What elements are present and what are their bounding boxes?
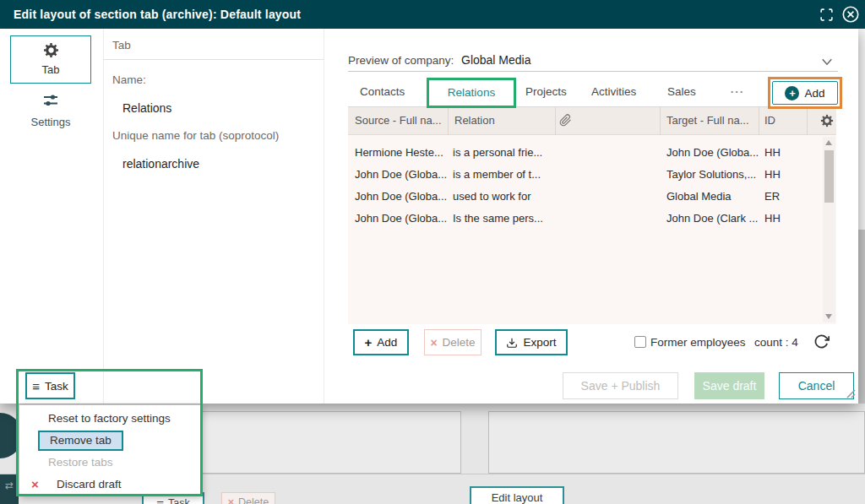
fullscreen-button[interactable] (819, 8, 834, 22)
preview-company-select[interactable]: Global Media (461, 53, 531, 67)
close-dialog-button[interactable] (841, 5, 860, 24)
cell-target: John Doe (Globa... (666, 142, 759, 164)
menu-item-remove-tab[interactable]: Remove tab (19, 430, 200, 452)
tab-contacts[interactable]: Contacts (360, 78, 405, 106)
scroll-down-arrow-icon[interactable] (825, 314, 832, 319)
resize-handle-icon[interactable] (844, 387, 856, 398)
hamburger-icon: ≡ (156, 497, 164, 504)
add-button-highlight: + Add (768, 77, 842, 109)
cell-target: Global Media (666, 186, 759, 208)
relations-table: Hermione Heste... is a personal frie... … (348, 135, 836, 324)
menu-item-reset-factory[interactable]: Reset to factory settings (19, 408, 200, 430)
column-separator (807, 107, 808, 135)
table-row[interactable]: Hermione Heste... is a personal frie... … (348, 142, 836, 164)
tab-projects[interactable]: Projects (525, 78, 567, 106)
table-scrollbar-thumb[interactable] (824, 150, 834, 203)
sidebar-divider (103, 29, 104, 404)
cell-id: HH (764, 142, 807, 164)
unique-name-value[interactable]: relationarchive (122, 157, 199, 171)
cancel-button[interactable]: Cancel (779, 372, 854, 399)
cell-target: John Doe (Clark ... (666, 208, 759, 230)
cell-relation: is a member of t... (453, 164, 556, 186)
background-edit-layout-button: Edit layout (470, 486, 564, 504)
menu-item-discard-draft[interactable]: × Discard draft (19, 474, 200, 496)
plus-icon: + (789, 88, 796, 99)
tab-relations[interactable]: Relations (429, 80, 514, 106)
edit-layout-dialog: Tab Settings Tab Name: Relations Unique … (0, 29, 858, 404)
table-add-button[interactable]: + Add (353, 329, 409, 355)
fullscreen-icon (819, 8, 834, 22)
refresh-icon[interactable] (813, 333, 830, 350)
cell-source: Hermione Heste... (355, 142, 449, 164)
column-relation[interactable]: Relation (454, 107, 495, 134)
save-draft-label: Save draft (703, 379, 757, 393)
preview-underline (348, 71, 838, 72)
table-scrollbar[interactable] (823, 137, 835, 322)
table-settings-gear-icon[interactable] (820, 114, 834, 127)
save-draft-button[interactable]: Save draft (694, 372, 764, 399)
tab-sales[interactable]: Sales (667, 78, 696, 106)
cell-source: John Doe (Globa... (355, 164, 449, 186)
sliders-icon (43, 93, 58, 108)
close-icon: × (31, 474, 39, 496)
background-edit-layout-label: Edit layout (492, 491, 543, 504)
page-scrollbar[interactable] (858, 29, 865, 404)
dialog-title: Edit layout of section tab (archive): De… (14, 0, 301, 29)
column-id[interactable]: ID (764, 107, 775, 134)
swap-arrows-icon: ⇄ (5, 480, 14, 491)
column-separator (448, 107, 449, 135)
cell-id: HH (764, 164, 807, 186)
app-root: ⇄ ≡ Task × Delete Edit layout (0, 0, 865, 504)
former-employees-checkbox[interactable] (634, 336, 646, 348)
form-section-header: Tab (112, 39, 131, 51)
menu-item-restore-tabs[interactable]: Restore tabs (19, 452, 200, 474)
hamburger-icon: ≡ (32, 380, 40, 393)
table-delete-button[interactable]: × Delete (424, 329, 481, 355)
sidebar-item-settings[interactable]: Settings (17, 93, 84, 128)
cancel-label: Cancel (798, 379, 835, 393)
gear-icon (43, 42, 59, 58)
paperclip-icon[interactable] (559, 114, 572, 127)
background-delete-button: × Delete (221, 492, 275, 504)
download-icon (506, 337, 518, 349)
tab-activities[interactable]: Activities (591, 78, 636, 106)
sidebar-item-tab[interactable]: Tab (10, 35, 91, 84)
plus-icon: + (365, 336, 373, 349)
table-row[interactable]: John Doe (Globa... used to work for Glob… (348, 186, 836, 208)
table-export-label: Export (523, 336, 556, 349)
remove-tab-highlight[interactable]: Remove tab (38, 431, 123, 451)
table-delete-label: Delete (443, 336, 476, 349)
column-target[interactable]: Target - Full na... (666, 107, 749, 134)
swap-panel-icon: ⇄ (0, 474, 19, 504)
save-publish-button[interactable]: Save + Publish (563, 372, 678, 399)
relations-tab-highlight: Relations (427, 78, 516, 108)
background-card-right (488, 411, 865, 474)
cell-target: Taylor Solutions,... (666, 164, 759, 186)
add-record-button[interactable]: + Add (772, 81, 838, 105)
column-separator (555, 107, 556, 135)
cell-relation: used to work for (453, 186, 556, 208)
unique-name-label: Unique name for tab (soprotocol) (112, 129, 279, 142)
plus-circle-icon: + (785, 86, 799, 100)
scroll-up-arrow-icon[interactable] (825, 140, 832, 145)
form-divider (324, 29, 324, 404)
page-scrollbar-thumb[interactable] (858, 230, 865, 404)
cell-relation: Is the same pers... (453, 208, 556, 230)
name-value[interactable]: Relations (122, 101, 171, 115)
cell-source: John Doe (Globa... (355, 208, 449, 230)
add-record-label: Add (804, 87, 824, 100)
table-row[interactable]: John Doe (Globa... is a member of t... T… (348, 164, 836, 186)
task-dropdown-menu: Reset to factory settings Remove tab Res… (19, 404, 201, 496)
tab-more-button[interactable]: ··· (723, 78, 752, 106)
form-header-divider (103, 59, 324, 60)
sidebar-tab-label: Tab (11, 63, 90, 76)
table-row[interactable]: John Doe (Globa... Is the same pers... J… (348, 208, 836, 230)
task-menu-button[interactable]: ≡ Task (25, 372, 75, 399)
column-source[interactable]: Source - Full na... (355, 107, 442, 134)
table-export-button[interactable]: Export (495, 329, 568, 355)
chevron-down-icon[interactable] (821, 58, 833, 66)
cell-source: John Doe (Globa... (355, 186, 449, 208)
cell-id: ER (764, 186, 807, 208)
sidebar-settings-label: Settings (17, 116, 84, 128)
column-separator (660, 107, 661, 135)
